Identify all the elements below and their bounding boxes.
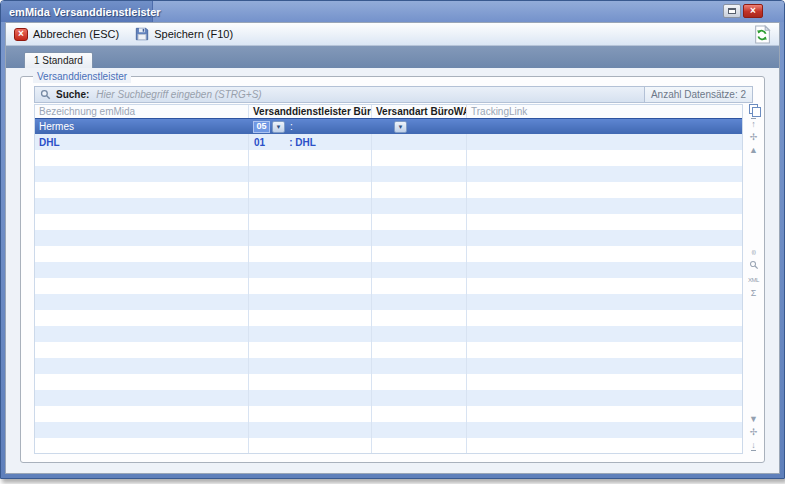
table-row-hermes[interactable]: Hermes05▼:▼ <box>35 118 742 134</box>
sum-icon[interactable]: Σ <box>751 288 757 298</box>
table-row-empty[interactable] <box>35 182 742 198</box>
table-row-empty[interactable] <box>35 166 742 182</box>
refresh-data-icon[interactable] <box>753 25 771 44</box>
column-header-bezeichnung[interactable]: Bezeichnung emMida <box>35 105 249 118</box>
cell-empty <box>467 294 742 310</box>
table-row-empty[interactable] <box>35 198 742 214</box>
cell-empty <box>467 310 742 326</box>
table-row-empty[interactable] <box>35 374 742 390</box>
search-input[interactable]: Suche: Hier Suchbegriff eingeben (STRG+S… <box>34 86 753 103</box>
cell-empty <box>35 278 249 294</box>
table-row-empty[interactable] <box>35 294 742 310</box>
cell-empty <box>467 150 742 166</box>
grid-toolstrip: ↑✢▲(i)XMLΣ▼✢↓ <box>745 104 762 454</box>
cell-empty <box>372 198 467 214</box>
restore-button[interactable] <box>723 4 741 18</box>
cell-empty <box>467 246 742 262</box>
cell-empty <box>372 406 467 422</box>
carrier-dropdown-button[interactable]: ▼ <box>272 121 285 133</box>
info-icon[interactable]: (i) <box>752 247 756 257</box>
cell-empty <box>372 294 467 310</box>
carrier-code-suffix: : DHL <box>289 135 316 150</box>
save-button-label: Speichern (F10) <box>154 28 233 40</box>
save-button[interactable]: Speichern (F10) <box>135 27 233 41</box>
scroll-top-icon[interactable]: ↑ <box>751 118 756 129</box>
cell-empty <box>35 246 249 262</box>
versanddienstleister-groupbox: Versanddienstleister Suche: Hier Suchbeg… <box>20 76 765 463</box>
cell-empty <box>467 166 742 182</box>
cell-empty <box>249 198 372 214</box>
scroll-bottom-icon[interactable]: ↓ <box>751 440 756 451</box>
cell-empty <box>372 374 467 390</box>
cell-empty <box>249 262 372 278</box>
table-row-empty[interactable] <box>35 406 742 422</box>
next-record-icon[interactable]: ▼ <box>749 414 758 424</box>
cell-empty <box>372 262 467 278</box>
table-row-empty[interactable] <box>35 150 742 166</box>
table-row-empty[interactable] <box>35 214 742 230</box>
table-row-empty[interactable] <box>35 390 742 406</box>
cell-empty <box>249 422 372 438</box>
cell-empty <box>467 438 742 454</box>
column-header-vdl[interactable]: Versanddienstleister BüroWARE <box>249 105 372 118</box>
tab-standard[interactable]: 1 Standard <box>24 52 93 68</box>
titlebar[interactable]: emMida Versanddienstleister × <box>1 1 784 22</box>
table-row-empty[interactable] <box>35 342 742 358</box>
toolstrip-group-middle: (i)XMLΣ <box>745 247 762 298</box>
cell-empty <box>35 422 249 438</box>
prev-record-icon[interactable]: ▲ <box>749 145 758 155</box>
cell-empty <box>467 230 742 246</box>
cell-empty <box>372 390 467 406</box>
table-row-empty[interactable] <box>35 326 742 342</box>
cell-empty <box>35 406 249 422</box>
toolstrip-group-bottom: ▼✢↓ <box>745 414 762 451</box>
cell-empty <box>249 246 372 262</box>
cell-empty <box>372 310 467 326</box>
cell-versanddienstleister: 05▼: <box>249 119 372 134</box>
move-down-icon[interactable]: ✢ <box>750 427 758 437</box>
table-row-empty[interactable] <box>35 438 742 454</box>
cell-empty <box>35 374 249 390</box>
cell-empty <box>35 230 249 246</box>
table-row-empty[interactable] <box>35 310 742 326</box>
close-icon: × <box>750 6 756 16</box>
titlebar-patch: emMida Versanddienstleister <box>1 1 153 22</box>
cell-empty <box>35 150 249 166</box>
table-row-empty[interactable] <box>35 246 742 262</box>
close-button[interactable]: × <box>743 4 763 18</box>
table-row-empty[interactable] <box>35 278 742 294</box>
table-row-empty[interactable] <box>35 358 742 374</box>
restore-icon <box>728 8 736 14</box>
cell-empty <box>467 374 742 390</box>
carrier-code-field[interactable]: 05 <box>253 121 270 133</box>
cell-empty <box>249 374 372 390</box>
table-row-empty[interactable] <box>35 230 742 246</box>
floppy-disk-icon <box>135 27 149 41</box>
column-header-versandart[interactable]: Versandart BüroWARE <box>372 105 467 118</box>
cell-bezeichnung: Hermes <box>35 119 249 134</box>
app-window: emMida Versanddienstleister × × Abbreche… <box>0 0 785 479</box>
cell-trackinglink <box>467 119 742 134</box>
cell-empty <box>372 326 467 342</box>
cell-bezeichnung: DHL <box>35 134 249 150</box>
move-up-icon[interactable]: ✢ <box>750 132 758 142</box>
toolbar: × Abbrechen (ESC) Speichern (F10) <box>6 23 779 46</box>
cell-empty <box>467 326 742 342</box>
magnifier-icon[interactable] <box>749 260 759 272</box>
column-header-tracking[interactable]: TrackingLink <box>467 105 742 118</box>
cell-empty <box>249 406 372 422</box>
search-placeholder: Hier Suchbegriff eingeben (STRG+S) <box>96 89 261 100</box>
cell-empty <box>372 422 467 438</box>
cell-empty <box>249 214 372 230</box>
table-row-empty[interactable] <box>35 422 742 438</box>
search-icon <box>40 89 51 100</box>
cell-empty <box>35 182 249 198</box>
table-row-dhl[interactable]: DHL01: DHL <box>35 134 742 150</box>
table-row-empty[interactable] <box>35 262 742 278</box>
cell-empty <box>467 342 742 358</box>
copy-icon[interactable] <box>749 104 759 115</box>
xml-icon[interactable]: XML <box>748 275 759 285</box>
versandart-dropdown-button[interactable]: ▼ <box>394 121 407 133</box>
cell-empty <box>35 166 249 182</box>
cancel-button[interactable]: × Abbrechen (ESC) <box>14 28 119 41</box>
